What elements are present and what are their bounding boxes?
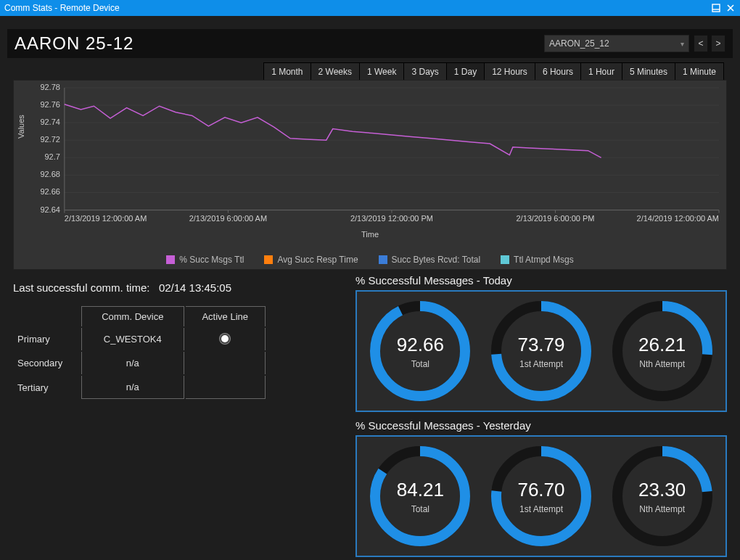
legend-label: % Succ Msgs Ttl xyxy=(179,255,244,265)
dock-icon[interactable] xyxy=(711,3,721,13)
prev-device-button[interactable]: < xyxy=(694,35,708,52)
last-comm-label: Last successful comm. time: xyxy=(13,281,149,294)
range-tab-5-minutes[interactable]: 5 Minutes xyxy=(622,63,675,81)
comm-row-role: Secondary xyxy=(15,352,80,374)
comm-row-role: Primary xyxy=(15,328,80,350)
chart-y-label: Values xyxy=(17,115,25,139)
svg-text:92.68: 92.68 xyxy=(40,170,59,178)
legend-item[interactable]: Ttl Atmpd Msgs xyxy=(501,255,574,265)
gauge: 23.30Nth Attempt xyxy=(604,440,720,553)
window-title: Comm Stats - Remote Device xyxy=(4,3,711,13)
gauge: 92.66Total xyxy=(362,295,478,408)
comm-table-header-active: Active Line xyxy=(186,306,266,326)
comm-row-device: n/a xyxy=(81,376,184,399)
gauges-yesterday-box: 84.21Total76.701st Attempt23.30Nth Attem… xyxy=(355,435,727,557)
range-tab-1-month[interactable]: 1 Month xyxy=(264,63,311,81)
comm-row-active[interactable] xyxy=(186,328,266,350)
device-select[interactable]: AARON_25_12 ▾ xyxy=(544,35,689,52)
gauges-today-title: % Successful Messages - Today xyxy=(355,274,512,287)
radio-dot-icon xyxy=(221,335,229,342)
comm-table-header-device: Comm. Device xyxy=(81,306,184,326)
svg-text:92.76: 92.76 xyxy=(40,100,59,109)
legend-swatch-icon xyxy=(501,255,509,264)
time-range-tabs: 1 Month2 Weeks1 Week3 Days1 Day12 Hours6… xyxy=(263,62,724,81)
svg-text:92.72: 92.72 xyxy=(40,135,59,144)
svg-text:92.66: 92.66 xyxy=(40,188,59,197)
last-comm-value: 02/14 13:45:05 xyxy=(159,281,231,294)
svg-text:2/13/2019 6:00:00 PM: 2/13/2019 6:00:00 PM xyxy=(517,215,595,223)
comm-row-active[interactable] xyxy=(186,352,266,374)
device-select-value: AARON_25_12 xyxy=(549,38,609,49)
range-tab-3-days[interactable]: 3 Days xyxy=(404,63,446,81)
range-tab-1-day[interactable]: 1 Day xyxy=(447,63,485,81)
comm-row-role: Tertiary xyxy=(15,376,80,399)
range-tab-1-minute[interactable]: 1 Minute xyxy=(675,63,723,81)
last-comm-time: Last successful comm. time: 02/14 13:45:… xyxy=(13,281,231,294)
comm-row-secondary: Secondaryn/a xyxy=(15,352,266,374)
svg-text:2/14/2019 12:00:00 AM: 2/14/2019 12:00:00 AM xyxy=(637,215,719,223)
gauge: 76.701st Attempt xyxy=(483,440,599,553)
svg-text:92.74: 92.74 xyxy=(40,118,59,126)
svg-text:92.78: 92.78 xyxy=(40,83,59,91)
svg-text:2/13/2019 12:00:00 PM: 2/13/2019 12:00:00 PM xyxy=(350,215,433,223)
range-tab-2-weeks[interactable]: 2 Weeks xyxy=(311,63,360,81)
comm-row-primary: PrimaryC_WESTOK4 xyxy=(15,328,266,350)
svg-text:2/13/2019 6:00:00 AM: 2/13/2019 6:00:00 AM xyxy=(189,215,267,223)
svg-text:92.7: 92.7 xyxy=(45,152,60,161)
chevron-down-icon: ▾ xyxy=(681,40,684,48)
legend-label: Avg Succ Resp Time xyxy=(277,255,358,265)
legend-item[interactable]: % Succ Msgs Ttl xyxy=(166,255,244,265)
header-bar: AARON 25-12 AARON_25_12 ▾ < > xyxy=(7,29,733,58)
gauges-today-box: 92.66Total73.791st Attempt26.21Nth Attem… xyxy=(355,290,727,412)
legend-swatch-icon xyxy=(379,255,387,264)
svg-text:2/13/2019 12:00:00 AM: 2/13/2019 12:00:00 AM xyxy=(65,215,147,223)
legend-item[interactable]: Avg Succ Resp Time xyxy=(264,255,358,265)
range-tab-1-week[interactable]: 1 Week xyxy=(360,63,404,81)
svg-point-30 xyxy=(375,306,465,396)
gauge: 26.21Nth Attempt xyxy=(604,295,720,408)
legend-swatch-icon xyxy=(264,255,273,264)
gauge: 84.21Total xyxy=(362,440,478,553)
svg-rect-0 xyxy=(712,4,720,12)
comm-row-device: C_WESTOK4 xyxy=(81,328,184,350)
close-icon[interactable] xyxy=(725,3,736,13)
window-titlebar: Comm Stats - Remote Device xyxy=(0,0,740,16)
legend-label: Succ Bytes Rcvd: Total xyxy=(392,255,481,265)
legend-label: Ttl Atmpd Msgs xyxy=(514,255,574,265)
svg-text:92.64: 92.64 xyxy=(40,205,59,214)
comm-row-active[interactable] xyxy=(186,376,266,399)
range-tab-6-hours[interactable]: 6 Hours xyxy=(535,63,581,81)
chart-legend: % Succ Msgs TtlAvg Succ Resp TimeSucc By… xyxy=(14,255,726,265)
comm-device-table: Comm. Device Active Line PrimaryC_WESTOK… xyxy=(13,305,267,400)
range-tab-12-hours[interactable]: 12 Hours xyxy=(485,63,535,81)
comm-row-tertiary: Tertiaryn/a xyxy=(15,376,266,399)
chart-panel: 92.6492.6692.6892.792.7292.7492.7692.782… xyxy=(13,80,727,270)
gauges-yesterday-title: % Successful Messages - Yesterday xyxy=(355,419,531,432)
range-tab-1-hour[interactable]: 1 Hour xyxy=(581,63,622,81)
legend-item[interactable]: Succ Bytes Rcvd: Total xyxy=(379,255,481,265)
legend-swatch-icon xyxy=(166,255,175,264)
next-device-button[interactable]: > xyxy=(711,35,725,52)
comm-row-device: n/a xyxy=(81,352,184,374)
page-title: AARON 25-12 xyxy=(15,33,544,54)
chart-svg: 92.6492.6692.6892.792.7292.7492.7692.782… xyxy=(14,81,726,269)
gauge: 73.791st Attempt xyxy=(483,295,599,408)
chart-x-label: Time xyxy=(14,230,726,239)
